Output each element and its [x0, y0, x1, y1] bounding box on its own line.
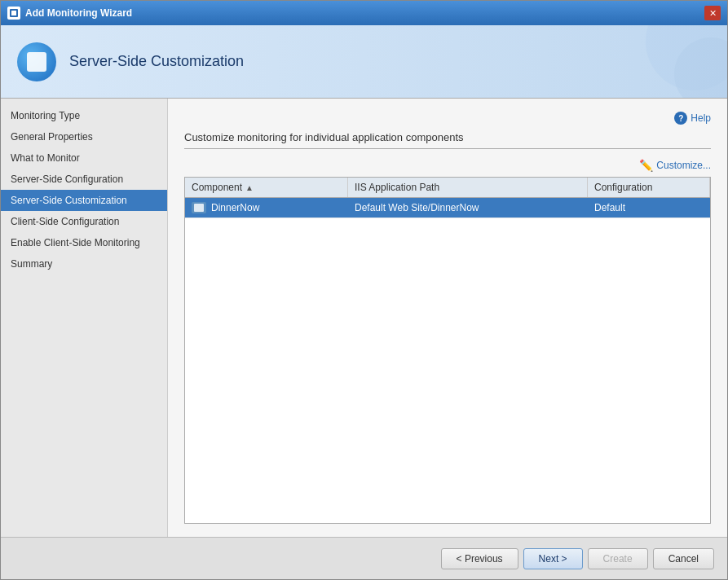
cancel-button[interactable]: Cancel — [653, 548, 714, 569]
title-bar-text: Add Monitoring Wizard — [25, 7, 704, 19]
th-component[interactable]: Component ▲ — [185, 178, 348, 197]
header-icon — [17, 42, 56, 81]
footer: < Previous Next > Create Cancel — [1, 537, 727, 579]
component-name: DinnerNow — [211, 202, 259, 213]
help-icon: ? — [674, 112, 687, 125]
customize-icon: ✏️ — [639, 159, 653, 172]
create-button[interactable]: Create — [588, 548, 648, 569]
section-title: Customize monitoring for individual appl… — [184, 131, 711, 149]
sort-arrow-icon: ▲ — [245, 183, 254, 192]
td-configuration: Default — [588, 198, 710, 218]
svg-rect-1 — [11, 11, 16, 15]
th-config-label: Configuration — [594, 182, 652, 193]
customize-button[interactable]: ✏️ Customize... — [639, 159, 711, 172]
table-header: Component ▲ IIS Application Path Configu… — [185, 178, 710, 198]
help-row: ? Help — [184, 112, 711, 125]
configuration-value: Default — [594, 202, 625, 213]
title-bar: Add Monitoring Wizard ✕ — [1, 1, 727, 25]
sidebar: Monitoring Type General Properties What … — [1, 99, 168, 537]
customize-label: Customize... — [656, 160, 711, 171]
header-decoration — [564, 25, 727, 99]
sidebar-item-what-to-monitor[interactable]: What to Monitor — [1, 147, 167, 169]
close-button[interactable]: ✕ — [704, 6, 721, 20]
table-row[interactable]: DinnerNow Default Web Site/DinnerNow Def… — [185, 198, 710, 218]
th-iis-label: IIS Application Path — [355, 182, 439, 193]
customize-row: ✏️ Customize... — [184, 159, 711, 172]
title-bar-icon — [7, 7, 20, 20]
td-iis-path: Default Web Site/DinnerNow — [348, 198, 588, 218]
header-title: Server-Side Customization — [69, 53, 244, 70]
sidebar-item-monitoring-type[interactable]: Monitoring Type — [1, 105, 167, 126]
previous-button[interactable]: < Previous — [441, 548, 518, 569]
sidebar-item-enable-client-side-monitoring[interactable]: Enable Client-Side Monitoring — [1, 232, 167, 253]
body: Monitoring Type General Properties What … — [1, 99, 727, 537]
help-label: Help — [690, 112, 711, 124]
help-link[interactable]: ? Help — [674, 112, 711, 125]
component-icon — [192, 202, 206, 213]
sidebar-item-general-properties[interactable]: General Properties — [1, 126, 167, 147]
th-configuration[interactable]: Configuration — [588, 178, 710, 197]
sidebar-item-server-side-customization[interactable]: Server-Side Customization — [1, 190, 167, 211]
wizard-window: Add Monitoring Wizard ✕ Server-Side Cust… — [0, 0, 728, 580]
main-content: ? Help Customize monitoring for individu… — [168, 99, 727, 537]
iis-path-value: Default Web Site/DinnerNow — [355, 202, 479, 213]
sidebar-item-client-side-configuration[interactable]: Client-Side Configuration — [1, 211, 167, 232]
next-button[interactable]: Next > — [523, 548, 583, 569]
th-component-label: Component — [192, 182, 242, 193]
header-area: Server-Side Customization — [1, 25, 727, 99]
td-component: DinnerNow — [185, 198, 348, 218]
sidebar-item-server-side-configuration[interactable]: Server-Side Configuration — [1, 169, 167, 190]
table-container: Component ▲ IIS Application Path Configu… — [184, 177, 711, 524]
th-iis[interactable]: IIS Application Path — [348, 178, 588, 197]
sidebar-item-summary[interactable]: Summary — [1, 253, 167, 275]
